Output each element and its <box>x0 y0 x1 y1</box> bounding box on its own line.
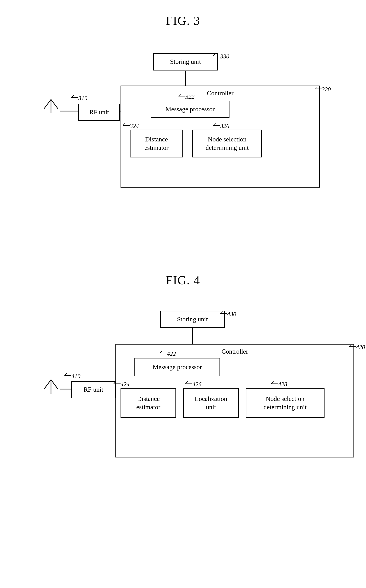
svg-line-7 <box>213 53 216 56</box>
fig4-node-selection-box: Node selection determining unit <box>246 388 325 418</box>
fig3-distance-estimator-label: Distance estimator <box>145 135 168 152</box>
fig3-node-selection-label: Node selection determining unit <box>206 135 249 152</box>
fig3-node-selection-box: Node selection determining unit <box>192 130 262 157</box>
svg-line-29 <box>64 373 67 376</box>
fig3-rf-unit-box: RF unit <box>78 104 120 121</box>
fig4-ref422-arrow <box>160 349 169 354</box>
fig4-localization-unit-box: Localization unit <box>183 388 239 418</box>
fig4-distance-estimator-label: Distance estimator <box>136 395 160 412</box>
section-gap <box>19 222 347 273</box>
page: FIG. 3 Storing unit 330 <box>0 0 366 588</box>
fig4-ref426-arrow <box>185 380 195 384</box>
fig4-ref424-arrow <box>114 380 123 384</box>
svg-line-25 <box>220 311 222 313</box>
svg-line-13 <box>178 94 181 96</box>
fig4-ref428-arrow <box>271 380 281 384</box>
fig3-ref326-arrow <box>213 121 222 126</box>
fig3-storing-unit-box: Storing unit <box>153 53 218 70</box>
svg-line-23 <box>51 380 58 389</box>
svg-line-4 <box>44 99 51 109</box>
fig3-controller-label: Controller <box>207 89 233 97</box>
svg-line-37 <box>271 382 274 384</box>
fig4-rf-unit-box: RF unit <box>71 381 115 398</box>
fig4-message-processor-label: Message processor <box>153 363 202 371</box>
fig3-diagram: Storing unit 330 Controller 320 RF unit … <box>19 41 347 204</box>
svg-line-35 <box>185 382 188 384</box>
svg-line-17 <box>213 123 216 125</box>
fig3-title: FIG. 3 <box>19 14 347 28</box>
antenna-symbol-fig4 <box>42 377 60 396</box>
fig4-ref410-arrow <box>64 371 74 376</box>
svg-line-22 <box>44 380 51 389</box>
fig4-storing-unit-box: Storing unit <box>160 311 225 328</box>
fig4-title: FIG. 4 <box>19 273 347 287</box>
fig3-message-processor-box: Message processor <box>151 101 229 118</box>
fig4-rf-unit-label: RF unit <box>84 385 103 394</box>
fig3-ref330-arrow <box>213 52 222 56</box>
antenna-symbol-fig3 <box>42 97 60 116</box>
fig4-ref430-arrow <box>220 309 229 314</box>
fig4-controller-label: Controller <box>221 347 248 356</box>
fig4-ref420-arrow <box>349 343 358 347</box>
svg-line-5 <box>51 99 58 109</box>
fig4-distance-estimator-box: Distance estimator <box>121 388 176 418</box>
fig3-storing-unit-label: Storing unit <box>170 58 201 66</box>
fig3-ref320-arrow <box>315 85 324 89</box>
fig3-ref322-arrow <box>178 92 188 97</box>
fig3-ref310-arrow <box>71 93 81 98</box>
svg-line-11 <box>71 95 74 98</box>
fig4-diagram: Storing unit 430 Controller 420 RF unit … <box>19 301 347 477</box>
fig3-rf-unit-label: RF unit <box>90 108 109 116</box>
fig4-storing-unit-label: Storing unit <box>177 315 208 323</box>
fig3-distance-estimator-box: Distance estimator <box>130 130 183 157</box>
svg-line-15 <box>123 123 125 125</box>
fig3-ref324-arrow <box>123 121 132 126</box>
fig3-message-processor-label: Message processor <box>166 105 215 113</box>
svg-line-9 <box>315 86 317 89</box>
svg-line-33 <box>114 382 116 384</box>
fig4-node-selection-label: Node selection determining unit <box>264 395 307 412</box>
svg-line-27 <box>349 344 351 347</box>
fig4-message-processor-box: Message processor <box>134 358 220 376</box>
fig4-localization-unit-label: Localization unit <box>195 395 227 412</box>
svg-line-31 <box>160 351 162 353</box>
